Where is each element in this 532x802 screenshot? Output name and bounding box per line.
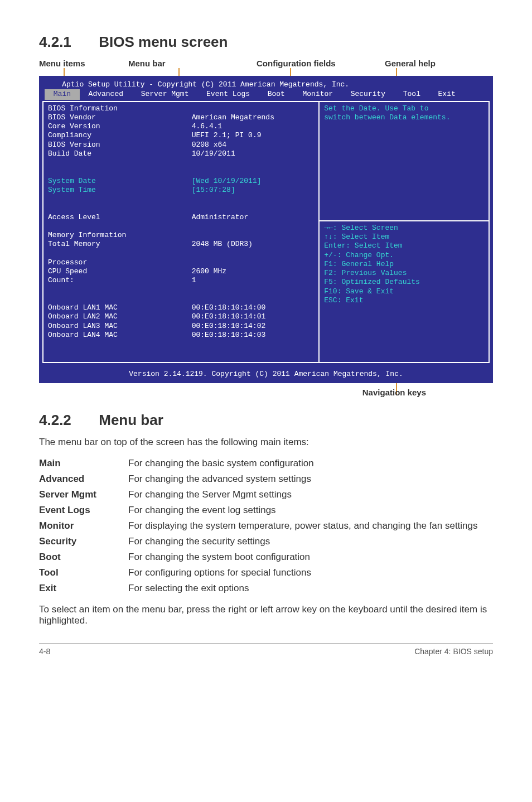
bios-row: Onboard LAN2 MAC00:E0:18:10:14:01: [48, 312, 314, 321]
outro-text: To select an item on the menu bar, press…: [39, 604, 493, 626]
bios-row-value: American Megatrends: [192, 113, 315, 122]
bios-row: CompliancyUEFI 2.1; PI 0.9: [48, 131, 314, 140]
menu-name: Main: [39, 456, 128, 471]
menu-desc: For changing the event log settings: [128, 503, 478, 518]
bios-tab-main[interactable]: Main: [45, 89, 80, 99]
bios-row: Onboard LAN4 MAC00:E0:18:10:14:03: [48, 331, 314, 340]
page-footer: 4-8 Chapter 4: BIOS setup: [39, 643, 493, 656]
bios-row: [48, 286, 314, 294]
bios-screen: Aptio Setup Utility - Copyright (C) 2011…: [39, 76, 493, 383]
bios-row: [48, 167, 314, 176]
bios-row-value: 10/19/2011: [192, 149, 315, 158]
label-config-fields: Configuration fields: [257, 59, 385, 68]
bios-row-key: [48, 167, 192, 176]
bios-row-key: [48, 204, 192, 212]
footer-right: Chapter 4: BIOS setup: [414, 647, 493, 656]
bios-row-value: 00:E0:18:10:14:03: [192, 331, 315, 340]
help-nav-line: +/-: Change Opt.: [324, 251, 484, 260]
bios-row: [48, 158, 314, 167]
section-title-2: Menu bar: [99, 412, 163, 428]
bios-row-value: [192, 294, 315, 303]
bios-row-value: 4.6.4.1: [192, 122, 315, 131]
bios-row-value: [192, 104, 315, 113]
callout-line-menubar: [178, 68, 180, 76]
bios-row-key[interactable]: System Time: [48, 186, 192, 195]
help-nav-line: ↑↓: Select Item: [324, 233, 484, 241]
menu-bar-table: MainFor changing the basic system config…: [39, 456, 478, 596]
bios-row: Access LevelAdministrator: [48, 213, 314, 222]
intro-text: The menu bar on top of the screen has th…: [39, 437, 493, 448]
menu-name: Boot: [39, 549, 128, 565]
bios-row-key: [48, 249, 192, 258]
menu-name: Advanced: [39, 471, 128, 487]
bios-help-bottom: →←: Select Screen↑↓: Select ItemEnter: S…: [320, 221, 490, 363]
bios-row-key: BIOS Information: [48, 104, 192, 113]
bios-tab-security[interactable]: Security: [342, 89, 394, 99]
section-num: 4.2.1: [39, 33, 95, 51]
section-title: BIOS menu screen: [99, 33, 228, 50]
bios-tab-advanced[interactable]: Advanced: [80, 89, 132, 99]
bios-row: [48, 294, 314, 303]
bios-row: [48, 195, 314, 204]
bios-row-key: CPU Speed: [48, 267, 192, 276]
table-row: AdvancedFor changing the advanced system…: [39, 471, 478, 487]
bios-row-value: [192, 222, 315, 231]
bios-row-value: UEFI 2.1; PI 0.9: [192, 131, 315, 140]
bios-row: Build Date10/19/2011: [48, 149, 314, 158]
bios-row: [48, 222, 314, 231]
help-nav-line: F5: Optimized Defaults: [324, 278, 484, 287]
bios-row-key: Onboard LAN4 MAC: [48, 331, 192, 340]
bios-row-value: [192, 231, 315, 240]
bios-help-top: Set the Date. Use Tab toswitch between D…: [320, 101, 490, 221]
bios-row: [48, 204, 314, 212]
bios-row-key: BIOS Version: [48, 141, 192, 149]
bios-row-key: Core Version: [48, 122, 192, 131]
bios-footer: Version 2.14.1219. Copyright (C) 2011 Am…: [42, 369, 490, 380]
bios-left-panel: BIOS InformationBIOS VendorAmerican Mega…: [42, 101, 320, 364]
bios-row-value: [192, 167, 315, 176]
bios-tab-boot[interactable]: Boot: [259, 89, 294, 99]
bios-row: BIOS Information: [48, 104, 314, 113]
bios-tab-tool[interactable]: Tool: [394, 89, 429, 99]
menu-name: Monitor: [39, 518, 128, 534]
menu-name: Security: [39, 534, 128, 549]
bios-row-key: [48, 195, 192, 204]
diagram-labels: Menu items Menu bar Configuration fields…: [39, 59, 493, 68]
bios-row: Memory Information: [48, 231, 314, 240]
bios-row: Total Memory2048 MB (DDR3): [48, 240, 314, 249]
menu-name: Server Mgmt: [39, 487, 128, 503]
menu-desc: For changing the Server Mgmt settings: [128, 487, 478, 503]
help-nav-line: ESC: Exit: [324, 296, 484, 305]
menu-name: Event Logs: [39, 503, 128, 518]
bios-tab-bar: Main Advanced Server Mgmt Event Logs Boo…: [42, 89, 490, 100]
bios-row-value: [192, 204, 315, 212]
bios-tab-server-mgmt[interactable]: Server Mgmt: [132, 89, 197, 99]
callout-line-help: [396, 68, 397, 76]
bios-row-key: [48, 294, 192, 303]
bios-tab-event-logs[interactable]: Event Logs: [197, 89, 259, 99]
callout-line-menuitems: [64, 68, 65, 76]
menu-desc: For changing the security settings: [128, 534, 478, 549]
bios-row-value: [192, 249, 315, 258]
bios-row-key[interactable]: System Date: [48, 177, 192, 186]
label-menu-items: Menu items: [39, 59, 128, 68]
menu-desc: For selecting the exit options: [128, 581, 478, 596]
bios-row-key: Compliancy: [48, 131, 192, 140]
bios-row-value[interactable]: [15:07:28]: [192, 186, 315, 195]
bios-row-key: [48, 158, 192, 167]
bios-row-key: Onboard LAN2 MAC: [48, 312, 192, 321]
bios-tab-exit[interactable]: Exit: [429, 89, 465, 99]
table-row: SecurityFor changing the security settin…: [39, 534, 478, 549]
bios-row-value: [192, 158, 315, 167]
help-nav-line: F10: Save & Exit: [324, 287, 484, 296]
bios-row-value: 2600 MHz: [192, 267, 315, 276]
bios-tab-monitor[interactable]: Monitor: [294, 89, 342, 99]
bios-row-key: [48, 222, 192, 231]
bios-row-key: BIOS Vendor: [48, 113, 192, 122]
help-nav-line: F1: General Help: [324, 260, 484, 269]
bios-row: [48, 249, 314, 258]
bios-row-value: 0208 x64: [192, 141, 315, 149]
bios-row-value[interactable]: [Wed 10/19/2011]: [192, 177, 315, 186]
bios-row-value: Administrator: [192, 213, 315, 222]
bios-row-value: [192, 258, 315, 267]
